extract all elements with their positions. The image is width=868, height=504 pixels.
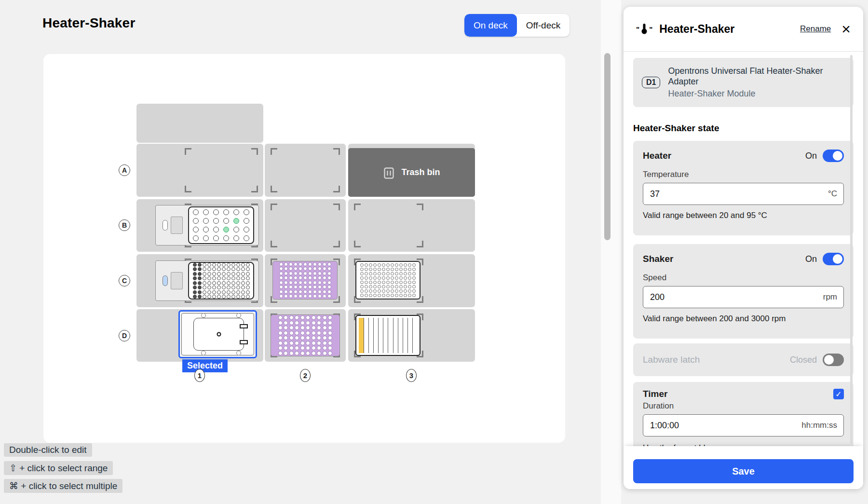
deck-slot-c3[interactable] — [348, 254, 475, 307]
heater-shaker-frame — [181, 313, 254, 355]
heater-label: Heater — [643, 150, 805, 161]
deck-col-label-3: 3 — [406, 369, 417, 382]
heater-card: Heater On Temperature °C Valid range bet… — [633, 141, 854, 235]
shaker-toggle[interactable] — [823, 253, 844, 265]
speed-unit: rpm — [823, 292, 837, 302]
deck-slot-a2[interactable] — [265, 144, 346, 197]
deck-slot-d3[interactable] — [348, 309, 475, 362]
save-button[interactable]: Save — [633, 459, 854, 483]
state-heading: Heater-Shaker state — [633, 123, 719, 134]
slot-badge: D1 — [642, 77, 660, 88]
speed-label: Speed — [643, 273, 844, 283]
labware-96-well-plate-purple[interactable] — [271, 314, 340, 356]
labware-position-marks — [271, 148, 340, 192]
deck-row-label-c: C — [119, 275, 130, 286]
panel-footer: Save — [624, 446, 863, 489]
duration-format-hint: hh:mm:ss — [801, 421, 837, 430]
deck-col-label-1: 1 — [194, 369, 205, 382]
latch-state-label: Closed — [790, 355, 817, 365]
deck-row-label-a: A — [119, 164, 130, 176]
trash-bin[interactable]: Trash bin — [348, 148, 475, 197]
speed-range-caption: Valid range between 200 and 3000 rpm — [643, 314, 844, 324]
screw-mark — [236, 351, 241, 355]
module-status-light — [163, 220, 168, 231]
module-summary-card: D1 Opentrons Universal Flat Heater-Shake… — [633, 58, 854, 107]
trash-bin-label: Trash bin — [401, 167, 440, 177]
shaker-state-label: On — [805, 254, 817, 264]
adapter-center-mark — [217, 332, 221, 337]
screw-mark — [201, 313, 206, 318]
labware-96-well-plate[interactable] — [188, 262, 254, 300]
hint-shift-click: ⇧ + click to select range — [4, 461, 113, 475]
main-scrollbar-thumb[interactable] — [604, 53, 610, 240]
module-status-light — [163, 275, 168, 286]
deck-slot-d1[interactable]: Selected — [136, 309, 263, 362]
flat-adapter-plate — [193, 318, 244, 351]
heater-shaker-icon: " " — [636, 23, 652, 35]
close-icon[interactable]: × — [841, 22, 851, 36]
rename-link[interactable]: Rename — [800, 24, 831, 34]
selected-tag: Selected — [182, 359, 228, 372]
hint-cmd-click: ⌘ + click to select multiple — [4, 479, 122, 493]
latch-label: Labware latch — [643, 354, 790, 365]
deck-slot-d2[interactable] — [265, 309, 346, 362]
check-icon: ✓ — [835, 390, 841, 399]
timer-card: Timer ✓ Duration hh:mm:ss Use the format… — [633, 382, 854, 446]
heater-toggle[interactable] — [823, 150, 844, 162]
temperature-range-caption: Valid range between 20 and 95 °C — [643, 211, 844, 220]
latch-clamp — [240, 340, 248, 344]
speed-input[interactable] — [643, 286, 844, 308]
labware-position-marks — [185, 148, 258, 192]
deck-map: Trash bin — [43, 54, 565, 443]
latch-toggle — [823, 354, 844, 366]
labware-24-well-plate[interactable] — [188, 206, 254, 244]
duration-label: Duration — [643, 401, 844, 411]
panel-header: " " Heater-Shaker Rename × — [624, 7, 863, 52]
heater-state-label: On — [805, 151, 817, 161]
on-deck-button[interactable]: On deck — [464, 14, 517, 37]
labware-position-marks — [271, 204, 340, 247]
deck-slot-b2[interactable] — [265, 199, 346, 252]
deck-row-label-d: D — [119, 330, 130, 341]
deck-slot-b1[interactable] — [136, 199, 263, 252]
shaker-label: Shaker — [643, 254, 805, 264]
staging-slot[interactable] — [136, 104, 263, 143]
screw-mark — [236, 313, 241, 318]
temperature-unit: °C — [828, 189, 837, 199]
module-card-title: Opentrons Universal Flat Heater-Shaker A… — [668, 66, 845, 87]
deck-col-label-2: 2 — [300, 369, 311, 382]
module-card-subtitle: Heater-Shaker Module — [668, 89, 845, 99]
labware-latch-card: Labware latch Closed — [633, 343, 854, 376]
labware-96-well-plate-purple[interactable] — [272, 261, 338, 300]
deck-toggle: On deck Off-deck — [464, 14, 570, 37]
deck-row-label-b: B — [119, 219, 130, 231]
deck-slot-a3[interactable]: Trash bin — [348, 144, 475, 197]
labware-96-well-plate[interactable] — [355, 261, 420, 300]
timer-checkbox[interactable]: ✓ — [833, 389, 844, 399]
timer-label: Timer — [643, 389, 833, 399]
latch-clamp — [240, 324, 248, 328]
module-display — [171, 217, 183, 234]
page-title: Heater-Shaker — [42, 15, 135, 31]
off-deck-button[interactable]: Off-deck — [517, 14, 570, 37]
hint-double-click: Double-click to edit — [4, 443, 92, 457]
deck-slot-c2[interactable] — [265, 254, 346, 307]
deck-slot-b3[interactable] — [348, 199, 475, 252]
labware-12-channel-reservoir[interactable] — [355, 315, 420, 356]
deck-slot-a1[interactable] — [136, 144, 263, 197]
temperature-label: Temperature — [643, 170, 844, 179]
temperature-input[interactable] — [643, 183, 844, 205]
trash-icon — [383, 165, 395, 179]
labware-position-marks — [354, 204, 423, 247]
panel-scrollbar[interactable] — [850, 55, 853, 444]
screw-mark — [201, 351, 206, 355]
panel-scroll-area: D1 Opentrons Universal Flat Heater-Shake… — [624, 52, 863, 446]
panel-title: Heater-Shaker — [659, 23, 800, 36]
shaker-card: Shaker On Speed rpm Valid range between … — [633, 244, 854, 339]
deck-slot-c1[interactable] — [136, 254, 263, 307]
module-display — [171, 272, 183, 289]
heater-shaker-panel: " " Heater-Shaker Rename × D1 Opentrons … — [624, 7, 863, 489]
heater-shaker-module-selected[interactable] — [178, 310, 257, 358]
